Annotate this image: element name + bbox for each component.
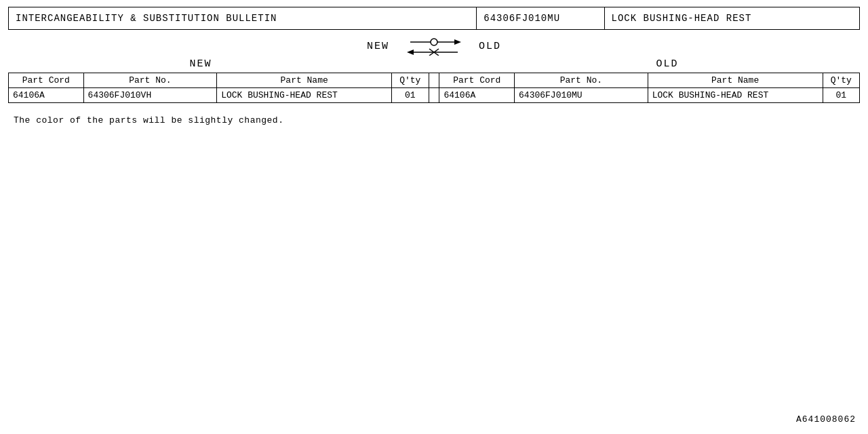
table-row: 64106A 64306FJ010VH LOCK BUSHING-HEAD RE… xyxy=(9,88,860,103)
table-header-row: Part Cord Part No. Part Name Q'ty Part C… xyxy=(9,73,860,88)
old-section-label: OLD xyxy=(434,58,860,70)
col-divider xyxy=(429,73,439,88)
old-qty: 01 xyxy=(823,88,859,103)
new-part-cord: 64106A xyxy=(9,88,84,103)
col-header-old-part-name: Part Name xyxy=(648,73,823,88)
col-header-new-part-name: Part Name xyxy=(217,73,392,88)
section-labels: NEW OLD xyxy=(8,58,860,70)
header-table: INTERCANGEABILITY & SUBSTITUTION BULLETI… xyxy=(8,7,860,30)
svg-marker-1 xyxy=(454,39,461,45)
new-section-label: NEW xyxy=(8,58,434,70)
parts-table: Part Cord Part No. Part Name Q'ty Part C… xyxy=(8,73,860,103)
col-header-new-part-no: Part No. xyxy=(83,73,217,88)
col-header-old-qty: Q'ty xyxy=(823,73,859,88)
col-header-old-part-cord: Part Cord xyxy=(439,73,515,88)
new-arrow-label: NEW xyxy=(367,41,389,52)
svg-marker-6 xyxy=(407,50,414,55)
header-part-number: 64306FJ010MU xyxy=(477,7,604,30)
row-divider xyxy=(429,88,439,103)
old-part-name: LOCK BUSHING-HEAD REST xyxy=(648,88,823,103)
new-qty: 01 xyxy=(392,88,429,103)
header-title: INTERCANGEABILITY & SUBSTITUTION BULLETI… xyxy=(9,7,477,30)
note-text: The color of the parts will be slightly … xyxy=(8,113,860,128)
old-part-no: 64306FJ010MU xyxy=(515,88,648,103)
exchange-arrows xyxy=(397,37,471,56)
header-description: LOCK BUSHING-HEAD REST xyxy=(604,7,860,30)
col-header-new-part-cord: Part Cord xyxy=(9,73,84,88)
old-part-cord: 64106A xyxy=(439,88,515,103)
new-part-no: 64306FJ010VH xyxy=(83,88,217,103)
document-number: A641008062 xyxy=(796,414,856,425)
col-header-old-part-no: Part No. xyxy=(515,73,648,88)
new-part-name: LOCK BUSHING-HEAD REST xyxy=(217,88,392,103)
arrow-section: NEW OLD xyxy=(8,37,860,56)
svg-point-2 xyxy=(431,39,437,45)
old-arrow-label: OLD xyxy=(479,41,501,52)
col-header-new-qty: Q'ty xyxy=(392,73,429,88)
